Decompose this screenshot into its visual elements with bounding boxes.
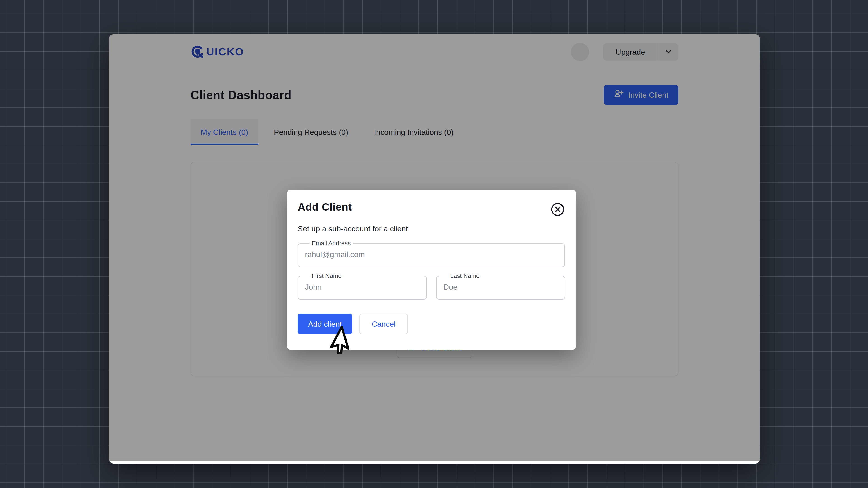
email-field-label: Email Address bbox=[309, 240, 353, 247]
modal-subtitle: Set up a sub-account for a client bbox=[298, 224, 565, 233]
last-name-field-group: Last Name bbox=[436, 272, 565, 300]
add-client-modal: Add Client Set up a sub-account for a cl… bbox=[287, 190, 576, 350]
desktop-background: UICKO Upgrade bbox=[0, 0, 868, 488]
close-modal-button[interactable] bbox=[550, 202, 565, 218]
cancel-button[interactable]: Cancel bbox=[360, 314, 408, 334]
last-name-field-label: Last Name bbox=[448, 272, 482, 280]
modal-title: Add Client bbox=[298, 201, 352, 213]
email-field-group: Email Address bbox=[298, 240, 565, 267]
add-client-button[interactable]: Add client bbox=[298, 314, 352, 334]
first-name-field-label: First Name bbox=[309, 272, 344, 280]
first-name-field-group: First Name bbox=[298, 272, 427, 300]
email-input[interactable] bbox=[305, 250, 544, 259]
last-name-input[interactable] bbox=[443, 283, 555, 291]
close-icon bbox=[550, 214, 565, 218]
first-name-input[interactable] bbox=[305, 283, 416, 291]
